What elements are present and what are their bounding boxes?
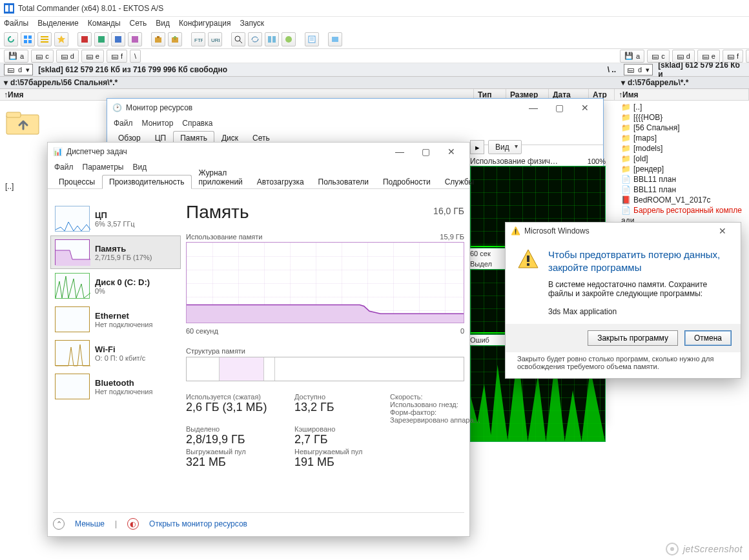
collapse-icon[interactable]: ⌃	[53, 518, 65, 530]
drive-select-left[interactable]: 🖴 d ▾	[4, 64, 33, 75]
tm-nav-wifi[interactable]: Wi-FiО: 0 П: 0 кбит/с	[50, 336, 181, 370]
tc-menu-config[interactable]: Конфигурация	[179, 19, 231, 28]
msg-close-button[interactable]: ✕	[710, 222, 735, 240]
drive-f-r[interactable]: 🖴 f	[723, 50, 743, 63]
tb-tool3-icon[interactable]	[111, 32, 125, 46]
tc-menu-select[interactable]: Выделение	[37, 19, 79, 28]
tb-misc1-icon[interactable]	[282, 32, 296, 46]
tb-tool4-icon[interactable]	[128, 32, 142, 46]
drive-c-r[interactable]: 🖴 c	[647, 50, 670, 63]
tb-refresh-icon[interactable]	[4, 32, 18, 46]
drive-d-r[interactable]: 🖴 d	[672, 50, 695, 63]
tb-list-icon[interactable]	[37, 32, 52, 46]
drive-a[interactable]: 💾 a	[4, 50, 28, 63]
tc-menu-cmd[interactable]: Команды	[88, 19, 121, 28]
tm-menubar[interactable]: Файл Параметры Вид	[48, 161, 469, 174]
tm-open-rm-link[interactable]: Открыть монитор ресурсов	[149, 519, 247, 528]
rm-titlebar[interactable]: 🕑 Монитор ресурсов — ▢ ✕	[107, 99, 603, 117]
drive-select-right[interactable]: 🖴 d ▾	[624, 64, 653, 75]
tm-nav-eth[interactable]: EthernetНет подключения	[50, 303, 181, 336]
hdr-name-r[interactable]: ↑ Имя	[615, 89, 749, 100]
list-item[interactable]: 📁[maps]	[620, 133, 749, 143]
tb-sync-icon[interactable]	[248, 32, 262, 46]
drive-net[interactable]: \	[130, 50, 141, 63]
list-item[interactable]: 📄BBL11 план	[620, 174, 749, 185]
rm-menu-help[interactable]: Справка	[182, 119, 212, 128]
drive-e[interactable]: 🖴 e	[81, 50, 104, 63]
drive-f[interactable]: 🖴 f	[107, 50, 127, 63]
tm-nav-cpu[interactable]: ЦП6% 3,57 ГГц	[50, 202, 181, 235]
list-item[interactable]: 📁[..]	[620, 102, 749, 112]
tm-close-button[interactable]: ✕	[438, 143, 464, 161]
tm-tab-apphistory[interactable]: Журнал приложений	[192, 166, 250, 188]
tm-nav-disk[interactable]: Диск 0 (C: D:)0%	[50, 269, 181, 303]
tb-tool1-icon[interactable]	[77, 32, 92, 46]
tm-tab-startup[interactable]: Автозагрузка	[250, 175, 311, 188]
tb-ftp-icon[interactable]: FTP	[191, 32, 205, 46]
tc-menu-run[interactable]: Запуск	[240, 19, 265, 28]
msg-close-program-button[interactable]: Закрыть программу	[588, 330, 678, 346]
tb-unpack-icon[interactable]	[168, 32, 182, 46]
tm-left-list[interactable]: ЦП6% 3,57 ГГцПамять2,7/15,9 ГБ (17%)Диск…	[50, 202, 181, 531]
tm-tab-services[interactable]: Службы	[438, 175, 481, 188]
tm-tab-users[interactable]: Пользователи	[311, 175, 376, 188]
task-manager-window[interactable]: 📊 Диспетчер задач — ▢ ✕ Файл Параметры В…	[47, 142, 470, 537]
rm-menu-file[interactable]: Файл	[114, 119, 133, 128]
drive-c[interactable]: 🖴 c	[31, 50, 54, 63]
list-item[interactable]: 📁[models]	[620, 143, 749, 154]
tm-menu-params[interactable]: Параметры	[83, 163, 124, 172]
list-item[interactable]: 📕BedROOM_V1_2017c	[620, 195, 749, 205]
rm-menubar[interactable]: Файл Монитор Справка	[107, 117, 603, 130]
tb-app-icon[interactable]	[328, 32, 342, 46]
rm-nav-prev[interactable]: ▸	[470, 140, 484, 154]
svg-point-24	[285, 36, 292, 43]
drive-net-r[interactable]: \	[746, 50, 749, 63]
tb-compare-icon[interactable]	[265, 32, 279, 46]
rm-view-dropdown[interactable]: Вид	[488, 140, 522, 154]
tb-tool2-icon[interactable]	[94, 32, 108, 46]
tm-titlebar[interactable]: 📊 Диспетчер задач — ▢ ✕	[48, 143, 469, 161]
msg-titlebar[interactable]: ⚠️ Microsoft Windows ✕	[506, 223, 741, 239]
tm-min-button[interactable]: —	[387, 143, 413, 161]
list-item[interactable]: 📄BBL11 план	[620, 185, 749, 195]
list-item[interactable]: 📁[{{{HOB}	[620, 112, 749, 123]
tc-menu-view[interactable]: Вид	[156, 19, 170, 28]
path-right[interactable]: d:\57баррель\*.*	[628, 78, 688, 87]
tm-nav-bt[interactable]: BluetoothНет подключения	[50, 370, 181, 403]
tb-search-icon[interactable]	[231, 32, 245, 46]
low-memory-dialog[interactable]: ⚠️ Microsoft Windows ✕ Чтобы предотврати…	[505, 222, 741, 379]
open-rm-icon[interactable]: ◐	[127, 518, 139, 530]
svg-rect-4	[28, 35, 32, 39]
path-left[interactable]: d:\57баррель\56 Спальня\*.*	[10, 78, 118, 87]
tb-url-icon[interactable]: URL	[208, 32, 222, 46]
rm-menu-monitor[interactable]: Монитор	[142, 119, 174, 128]
tm-menu-view[interactable]: Вид	[132, 163, 147, 172]
sparkline-icon	[55, 306, 90, 332]
tm-max-button[interactable]: ▢	[413, 143, 438, 161]
tc-menubar[interactable]: Файлы Выделение Команды Сеть Вид Конфигу…	[0, 17, 749, 30]
tm-nav-mem[interactable]: Память2,7/15,9 ГБ (17%)	[50, 235, 181, 269]
tb-notepad-icon[interactable]	[305, 32, 319, 46]
tc-menu-net[interactable]: Сеть	[130, 19, 147, 28]
list-item[interactable]: 📁[56 Спальня]	[620, 123, 749, 133]
tb-star-icon[interactable]	[54, 32, 68, 46]
rm-max-button[interactable]: ▢	[546, 99, 572, 117]
tm-menu-file[interactable]: Файл	[54, 163, 74, 172]
list-item[interactable]: 📄Баррель ресторанный компле	[620, 205, 749, 215]
rm-min-button[interactable]: —	[520, 99, 546, 117]
tb-grid-icon[interactable]	[21, 32, 35, 46]
tm-tab-performance[interactable]: Производительность	[102, 175, 191, 189]
drive-a-r[interactable]: 💾 a	[620, 50, 644, 63]
list-item[interactable]: 📁[old]	[620, 154, 749, 164]
tm-tabs[interactable]: Процессы Производительность Журнал прило…	[48, 174, 469, 189]
msg-cancel-button[interactable]: Отмена	[684, 330, 732, 346]
rm-close-button[interactable]: ✕	[572, 99, 598, 117]
tm-tab-details[interactable]: Подробности	[376, 175, 438, 188]
list-item[interactable]: 📁[рендер]	[620, 164, 749, 174]
tb-pack-icon[interactable]	[151, 32, 165, 46]
drive-d[interactable]: 🖴 d	[56, 50, 79, 63]
drive-e-r[interactable]: 🖴 e	[697, 50, 720, 63]
tm-less-link[interactable]: Меньше	[75, 519, 105, 528]
tc-menu-files[interactable]: Файлы	[4, 19, 28, 28]
tm-tab-processes[interactable]: Процессы	[52, 175, 102, 188]
